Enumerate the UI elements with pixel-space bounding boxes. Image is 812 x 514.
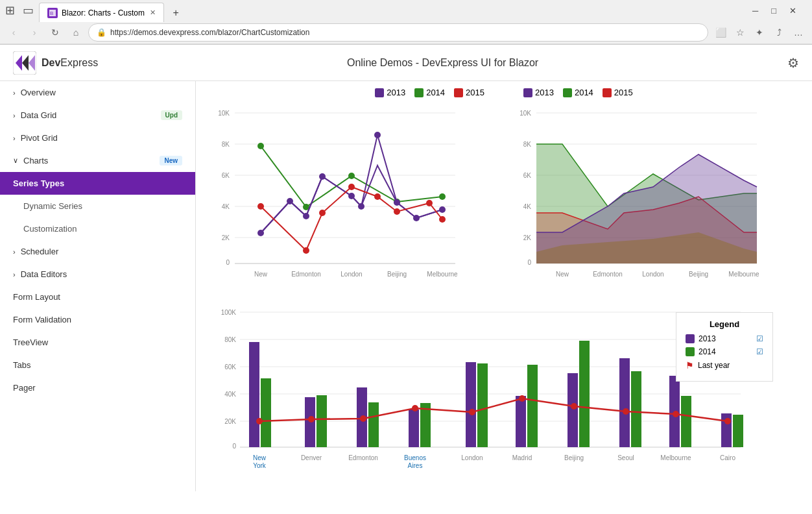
svg-text:2K: 2K: [222, 234, 230, 241]
svg-text:Aires: Aires: [408, 462, 423, 469]
more-icon[interactable]: …: [790, 24, 807, 41]
svg-text:6K: 6K: [523, 172, 532, 179]
sidebar-item-label: Data Grid: [21, 110, 57, 120]
home-button[interactable]: ⌂: [67, 24, 84, 41]
svg-text:40K: 40K: [224, 391, 236, 398]
main-content: › Overview › Data Grid Upd › Pivot Grid …: [0, 81, 812, 491]
legend-color-2013: [375, 88, 384, 97]
sidebar-item-label: Scheduler: [21, 247, 59, 256]
forward-button[interactable]: ›: [26, 24, 43, 41]
sidebar-item-overview[interactable]: › Overview: [0, 81, 195, 104]
sidebar: › Overview › Data Grid Upd › Pivot Grid …: [0, 81, 196, 491]
bar: [409, 410, 419, 447]
window-icon: ⊞: [5, 3, 15, 18]
chevron-icon: ›: [13, 134, 16, 142]
tab-close-button[interactable]: ✕: [150, 8, 156, 17]
sidebar-item-pager[interactable]: Pager: [0, 376, 195, 399]
settings-icon[interactable]: ⚙: [787, 55, 799, 71]
sidebar-item-tabs[interactable]: Tabs: [0, 354, 195, 376]
svg-text:Buenos: Buenos: [404, 454, 426, 461]
minimize-button[interactable]: ─: [752, 6, 758, 16]
bar: [477, 363, 488, 447]
chevron-icon: ›: [13, 271, 16, 278]
url-text: https://demos.devexpress.com/blazor/Char…: [110, 28, 309, 37]
sidebar-item-dynamic-series[interactable]: Dynamic Series: [0, 195, 195, 217]
svg-point-41: [439, 216, 446, 223]
active-tab[interactable]: B Blazor: Charts - Custom ✕: [39, 3, 164, 22]
legend-label-2013: 2013: [699, 334, 716, 343]
address-input[interactable]: 🔒 https://demos.devexpress.com/blazor/Ch…: [88, 23, 708, 42]
sidebar-item-customization[interactable]: Customization: [0, 217, 195, 240]
svg-text:New: New: [254, 271, 268, 278]
sidebar-item-dataeditors[interactable]: › Data Editors: [0, 263, 195, 286]
svg-text:4K: 4K: [222, 203, 230, 210]
sidebar-item-series-types[interactable]: Series Types: [0, 172, 195, 195]
back-button[interactable]: ‹: [5, 24, 22, 41]
share-icon[interactable]: ⤴: [770, 24, 787, 41]
tab-title: Blazor: Charts - Custom: [62, 8, 145, 18]
svg-text:York: York: [253, 462, 267, 469]
close-button[interactable]: ✕: [789, 6, 796, 16]
browser-chrome: ⊞ ▭ B Blazor: Charts - Custom ✕ + ─ □ ✕ …: [0, 0, 812, 45]
legend-label-2015: 2015: [466, 88, 484, 97]
bar: [516, 396, 526, 447]
sidebar-item-datagrid[interactable]: › Data Grid Upd: [0, 104, 195, 127]
reader-mode-icon[interactable]: ⬜: [712, 24, 729, 41]
svg-point-40: [426, 200, 433, 206]
sidebar-item-label: Overview: [21, 88, 56, 97]
sidebar-item-treeview[interactable]: TreeView: [0, 331, 195, 354]
svg-point-34: [257, 203, 264, 210]
collections-icon[interactable]: ✦: [751, 24, 768, 41]
bar: [261, 378, 271, 447]
legend-label-lastyear: Last year: [698, 361, 730, 370]
sidebar-item-label: Form Validation: [13, 315, 71, 324]
svg-text:London: London: [340, 271, 362, 278]
legend-flag-lastyear: ⚑: [686, 360, 694, 371]
bar-chart-wrapper: 100K 80K 60K 40K 20K 0: [209, 306, 799, 483]
bar: [466, 362, 476, 447]
maximize-button[interactable]: □: [771, 6, 776, 16]
bar: [579, 341, 590, 447]
svg-text:London: London: [461, 454, 483, 461]
address-icons: ⬜ ☆ ✦ ⤴ …: [712, 24, 807, 41]
sidebar-item-formlayout[interactable]: Form Layout: [0, 286, 195, 308]
svg-text:Beijing: Beijing: [387, 271, 407, 278]
svg-point-19: [257, 143, 264, 149]
legend-label-2013-r: 2013: [535, 88, 554, 97]
svg-text:Edmonton: Edmonton: [348, 454, 378, 461]
svg-text:Cairo: Cairo: [720, 454, 735, 461]
svg-point-83: [412, 405, 418, 411]
legend-check-2013[interactable]: ☑: [756, 334, 763, 343]
line-chart-container: 10K 8K 6K 4K 2K 0: [209, 103, 497, 293]
chevron-icon: ›: [13, 112, 16, 119]
legend-item-2013: 2013 ☑: [686, 334, 763, 343]
area-chart-container: 10K 8K 6K 4K 2K 0: [510, 103, 799, 293]
svg-point-82: [360, 415, 366, 422]
tab-bar: B Blazor: Charts - Custom ✕ +: [34, 0, 742, 22]
reload-button[interactable]: ↻: [47, 24, 64, 41]
chevron-icon: ›: [13, 89, 16, 97]
window-tab-icon: ▭: [23, 3, 34, 18]
legend-item-2014-left: 2014: [414, 88, 445, 97]
tab-favicon: B: [47, 8, 58, 18]
sidebar-item-formvalidation[interactable]: Form Validation: [0, 308, 195, 331]
svg-text:10K: 10K: [218, 110, 230, 117]
bookmark-icon[interactable]: ☆: [732, 24, 748, 41]
sidebar-item-charts[interactable]: ∨ Charts New: [0, 149, 195, 172]
svg-point-38: [374, 193, 381, 200]
svg-point-39: [394, 208, 400, 215]
sidebar-item-label: TreeView: [13, 337, 48, 347]
svg-text:New: New: [556, 271, 569, 278]
svg-text:100K: 100K: [221, 309, 237, 316]
new-tab-button[interactable]: +: [167, 4, 185, 22]
top-legend-left: 2013 2014 2015: [375, 88, 484, 97]
svg-text:Denver: Denver: [301, 454, 322, 461]
sidebar-item-label: Pager: [13, 383, 36, 393]
sidebar-item-pivotgrid[interactable]: › Pivot Grid: [0, 127, 195, 149]
sidebar-badge-upd: Upd: [161, 110, 182, 120]
legend-item-2013-right: 2013: [523, 88, 554, 97]
legend-item-2015-right: 2015: [603, 88, 633, 97]
sidebar-item-scheduler[interactable]: › Scheduler: [0, 240, 195, 263]
bar: [631, 371, 641, 447]
legend-check-2014[interactable]: ☑: [756, 347, 763, 356]
